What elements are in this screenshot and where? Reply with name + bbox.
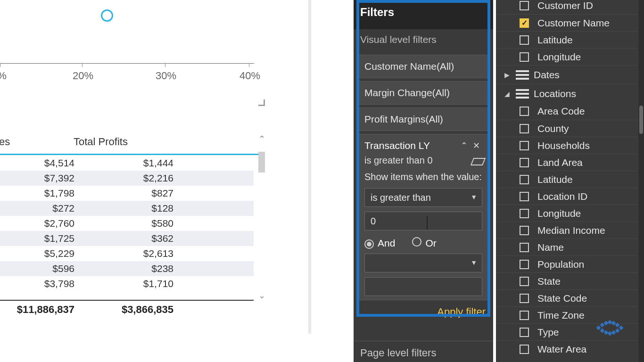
field-item[interactable]: Population xyxy=(496,255,644,272)
table-cell: $362 xyxy=(80,233,179,244)
field-item[interactable]: Households xyxy=(496,137,644,154)
chevron-down-icon[interactable]: ◢ xyxy=(503,90,511,98)
clear-filter-icon[interactable] xyxy=(472,156,482,165)
table-row[interactable]: $2,760$580 xyxy=(0,216,254,231)
field-checkbox[interactable] xyxy=(520,260,529,269)
field-checkbox[interactable] xyxy=(520,141,529,150)
chevron-right-icon[interactable]: ▶ xyxy=(503,71,511,79)
field-checkbox[interactable] xyxy=(520,294,529,303)
filter-card-transaction-ly[interactable]: Transaction LY ⌃ ✕ is greater than 0 Sho… xyxy=(358,134,488,300)
resize-handle-icon[interactable] xyxy=(257,98,266,107)
field-label: Customer Name xyxy=(537,17,610,29)
filter-help-text: Show items when the value: xyxy=(364,171,482,183)
field-checkbox[interactable] xyxy=(520,124,529,133)
table-row[interactable]: $1,725$362 xyxy=(0,231,254,246)
filter-card-customer-name[interactable]: Customer Name(All) xyxy=(358,55,488,78)
field-checkbox[interactable] xyxy=(520,175,529,184)
field-item[interactable]: Longitude xyxy=(496,48,644,65)
table-row[interactable]: $272$128 xyxy=(0,201,254,216)
field-item[interactable]: Land Area xyxy=(496,154,644,171)
filters-panel: Filters Visual level filters Customer Na… xyxy=(354,0,493,362)
scroll-thumb[interactable] xyxy=(639,106,643,134)
filter-operator-select[interactable]: is greater than ▼ xyxy=(364,188,482,207)
table-cell: $238 xyxy=(80,263,179,274)
table-cell: $2,760 xyxy=(0,218,80,229)
table-cell: $2,613 xyxy=(80,248,179,259)
field-item[interactable]: Location ID xyxy=(496,188,644,205)
table-row[interactable]: $4,514$1,444 xyxy=(0,156,254,171)
scroll-thumb[interactable] xyxy=(258,152,265,173)
close-icon[interactable]: ✕ xyxy=(470,140,482,151)
field-label: Land Area xyxy=(537,157,583,168)
field-item[interactable]: Customer ID xyxy=(496,0,644,14)
fields-scrollbar[interactable] xyxy=(638,0,644,362)
field-checkbox[interactable] xyxy=(520,192,529,201)
field-item[interactable]: State Code xyxy=(496,289,644,306)
table-cell: $5,229 xyxy=(0,248,80,259)
field-label: Latitude xyxy=(537,174,573,185)
field-item[interactable]: Median Income xyxy=(496,222,644,239)
field-checkbox[interactable] xyxy=(520,277,529,286)
field-table-locations[interactable]: ◢Locations xyxy=(496,84,644,103)
field-table-label: Locations xyxy=(534,88,576,99)
filter-logic-or[interactable]: Or xyxy=(412,237,436,249)
filter-operator-2-select[interactable]: ▼ xyxy=(364,254,482,272)
field-checkbox[interactable] xyxy=(520,1,529,10)
field-item[interactable]: County xyxy=(496,120,644,137)
visual-level-filters-label: Visual level filters xyxy=(354,29,493,52)
field-label: Water Area xyxy=(537,344,586,355)
field-checkbox[interactable] xyxy=(520,328,529,337)
table-column-header[interactable]: es xyxy=(0,136,10,148)
table-icon xyxy=(516,89,529,99)
field-checkbox[interactable] xyxy=(520,243,529,252)
filter-logic-and[interactable]: And xyxy=(364,238,395,249)
field-checkbox[interactable] xyxy=(520,226,529,235)
table-cell: $2,216 xyxy=(80,173,179,184)
table-row[interactable]: $7,392$2,216 xyxy=(0,171,254,186)
table-cell: $580 xyxy=(80,218,179,229)
scroll-down-icon[interactable]: ⌄ xyxy=(257,291,266,300)
fields-panel: Customer ID✓Customer NameLatitudeLongitu… xyxy=(496,0,644,362)
table-cell: $3,798 xyxy=(0,278,80,289)
field-item[interactable]: Area Code xyxy=(496,103,644,120)
field-item[interactable]: Latitude xyxy=(496,171,644,188)
table-cell: $1,798 xyxy=(0,188,80,199)
field-item[interactable]: Longitude xyxy=(496,205,644,222)
field-checkbox[interactable] xyxy=(520,107,529,116)
field-item[interactable]: Latitude xyxy=(496,31,644,48)
table-total-cell: $3,866,835 xyxy=(80,304,179,316)
chevron-down-icon: ▼ xyxy=(471,259,477,266)
field-table-dates[interactable]: ▶Dates xyxy=(496,65,644,84)
field-checkbox[interactable] xyxy=(520,158,529,167)
table-column-header[interactable]: Total Profits xyxy=(74,136,128,148)
table-cell: $596 xyxy=(0,263,80,274)
filter-value-input[interactable]: 0 xyxy=(364,212,482,230)
collapse-icon[interactable]: ⌃ xyxy=(458,140,470,151)
table-total-row: $11,886,837 $3,866,835 xyxy=(0,300,254,319)
filter-card-margin-change[interactable]: Margin Change(All) xyxy=(358,81,488,105)
axis-tick-label: % xyxy=(0,70,7,82)
field-checkbox[interactable] xyxy=(520,209,529,218)
field-checkbox[interactable] xyxy=(520,311,529,320)
field-checkbox[interactable] xyxy=(520,35,529,45)
scatter-chart[interactable]: % 20% 30% 40% xyxy=(0,0,266,107)
data-table[interactable]: es Total Profits $4,514$1,444$7,392$2,21… xyxy=(0,130,270,319)
chart-data-point[interactable] xyxy=(101,9,113,22)
field-checkbox[interactable] xyxy=(520,52,529,62)
field-item[interactable]: State xyxy=(496,272,644,289)
table-row[interactable]: $3,798$1,710 xyxy=(0,276,254,291)
table-row[interactable]: $5,229$2,613 xyxy=(0,246,254,261)
table-row[interactable]: $1,798$827 xyxy=(0,186,254,201)
field-item[interactable]: Name xyxy=(496,239,644,255)
field-checkbox[interactable]: ✓ xyxy=(520,18,529,28)
table-scrollbar[interactable]: ⌃ ⌄ xyxy=(254,135,270,300)
scroll-up-icon[interactable]: ⌃ xyxy=(257,135,266,143)
filter-card-profit-margins[interactable]: Profit Margins(All) xyxy=(358,107,488,131)
apply-filter-button[interactable]: Apply filter xyxy=(359,303,487,321)
field-label: Longitude xyxy=(537,51,581,63)
field-checkbox[interactable] xyxy=(520,345,529,354)
field-item[interactable]: ✓Customer Name xyxy=(496,14,644,31)
field-label: Location ID xyxy=(537,191,587,202)
filter-value-2-input[interactable] xyxy=(364,277,482,296)
table-row[interactable]: $596$238 xyxy=(0,261,254,276)
